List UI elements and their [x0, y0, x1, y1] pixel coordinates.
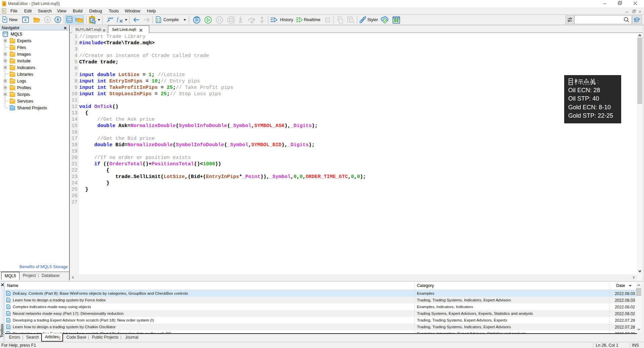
svg-text:f: f: [117, 16, 119, 22]
svg-text:5: 5: [3, 2, 5, 6]
svg-text:5: 5: [3, 9, 5, 13]
svg-text:x: x: [639, 10, 641, 13]
svg-text:VAR: VAR: [108, 17, 113, 20]
